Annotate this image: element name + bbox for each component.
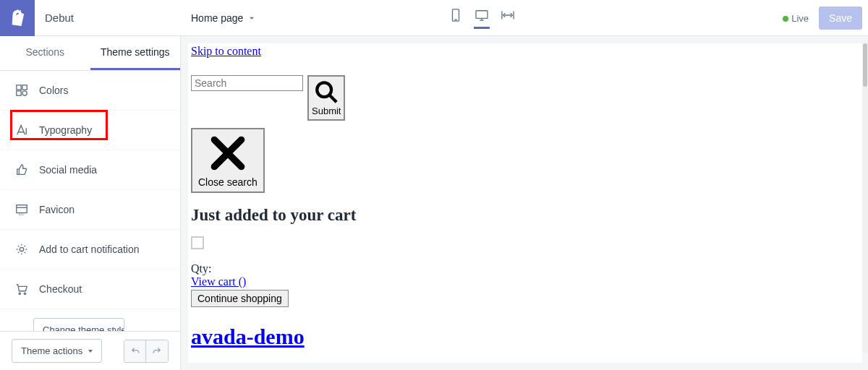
svg-point-10 bbox=[22, 91, 27, 95]
shopify-logo bbox=[0, 0, 35, 36]
close-icon bbox=[206, 133, 250, 173]
page-selector-label: Home page bbox=[191, 12, 243, 24]
device-mobile-button[interactable] bbox=[448, 7, 464, 29]
svg-line-18 bbox=[329, 95, 336, 102]
setting-label: Typography bbox=[39, 124, 92, 136]
store-name-link[interactable]: avada-demo bbox=[191, 324, 305, 348]
caret-down-icon bbox=[88, 350, 93, 353]
store-name-heading: avada-demo bbox=[191, 324, 862, 349]
favicon-icon: ICO bbox=[14, 203, 29, 216]
svg-rect-8 bbox=[22, 85, 27, 90]
theme-name: Debut bbox=[35, 12, 74, 24]
theme-actions-button[interactable]: Theme actions bbox=[12, 339, 102, 363]
undo-button[interactable] bbox=[124, 340, 146, 362]
setting-item-add-to-cart[interactable]: Add to cart notification bbox=[0, 230, 180, 270]
sidebar-footer: Theme actions bbox=[0, 331, 180, 370]
svg-point-15 bbox=[19, 293, 20, 294]
svg-rect-7 bbox=[17, 85, 21, 90]
device-switcher bbox=[448, 7, 516, 29]
skip-to-content-link[interactable]: Skip to content bbox=[191, 45, 261, 57]
submit-label: Submit bbox=[312, 106, 341, 116]
sidebar-tabs: Sections Theme settings bbox=[0, 36, 180, 71]
setting-item-colors[interactable]: Colors bbox=[0, 71, 180, 111]
sidebar-scroll[interactable]: Colors Typography Social media bbox=[0, 71, 180, 331]
setting-item-checkout[interactable]: Checkout bbox=[0, 270, 180, 309]
device-desktop-button[interactable] bbox=[474, 7, 490, 29]
thumbs-up-icon bbox=[14, 163, 29, 176]
preview-area: Skip to content Submit Close search Just… bbox=[181, 36, 868, 370]
redo-icon bbox=[152, 346, 162, 356]
close-search-label: Close search bbox=[198, 176, 258, 188]
chevron-down-icon bbox=[247, 14, 256, 22]
preview-nav-list: Home Catalog bbox=[191, 362, 862, 363]
device-fullwidth-button[interactable] bbox=[500, 7, 516, 29]
setting-item-favicon[interactable]: ICO Favicon bbox=[0, 190, 180, 230]
redo-button[interactable] bbox=[146, 340, 168, 362]
preview-frame[interactable]: Skip to content Submit Close search Just… bbox=[188, 43, 862, 363]
qty-label: Qty: bbox=[191, 262, 862, 275]
search-input[interactable] bbox=[191, 75, 303, 91]
nav-link-home[interactable]: Home bbox=[217, 362, 245, 363]
cart-item-placeholder bbox=[191, 236, 204, 249]
svg-rect-2 bbox=[476, 11, 488, 19]
undo-redo-group bbox=[124, 340, 169, 363]
change-theme-style-button[interactable]: Change theme style bbox=[33, 318, 124, 331]
search-icon bbox=[314, 79, 339, 104]
setting-item-typography[interactable]: Typography bbox=[0, 111, 180, 150]
close-search-button[interactable]: Close search bbox=[191, 128, 265, 193]
setting-label: Colors bbox=[39, 85, 68, 96]
undo-icon bbox=[130, 346, 140, 356]
setting-label: Social media bbox=[39, 164, 97, 176]
tab-sections[interactable]: Sections bbox=[0, 36, 90, 70]
svg-point-17 bbox=[317, 82, 331, 97]
save-button[interactable]: Save bbox=[819, 7, 862, 30]
sidebar: Sections Theme settings Colors bbox=[0, 36, 181, 370]
svg-point-16 bbox=[24, 293, 25, 294]
typography-icon bbox=[14, 124, 29, 137]
svg-rect-11 bbox=[17, 205, 27, 213]
cart-icon bbox=[14, 283, 29, 296]
svg-point-14 bbox=[20, 247, 23, 251]
svg-rect-9 bbox=[17, 91, 21, 95]
nav-item: Home bbox=[217, 362, 862, 363]
theme-actions-label: Theme actions bbox=[21, 345, 82, 356]
setting-label: Checkout bbox=[39, 283, 82, 295]
live-status: Live bbox=[783, 12, 809, 24]
colors-icon bbox=[14, 84, 29, 97]
continue-shopping-button[interactable]: Continue shopping bbox=[191, 290, 289, 307]
topbar: Debut Home page Live Save bbox=[0, 0, 868, 36]
cart-heading: Just added to your cart bbox=[191, 206, 862, 225]
setting-item-social-media[interactable]: Social media bbox=[0, 150, 180, 190]
view-cart-link[interactable]: View cart () bbox=[191, 275, 246, 288]
setting-label: Add to cart notification bbox=[39, 244, 140, 255]
setting-label: Favicon bbox=[39, 204, 75, 215]
svg-text:ICO: ICO bbox=[19, 212, 25, 216]
tab-theme-settings[interactable]: Theme settings bbox=[90, 36, 181, 70]
search-submit-button[interactable]: Submit bbox=[307, 75, 345, 121]
preview-vertical-scrollbar[interactable] bbox=[862, 43, 868, 353]
gear-icon bbox=[14, 243, 29, 256]
page-selector[interactable]: Home page bbox=[191, 12, 256, 24]
